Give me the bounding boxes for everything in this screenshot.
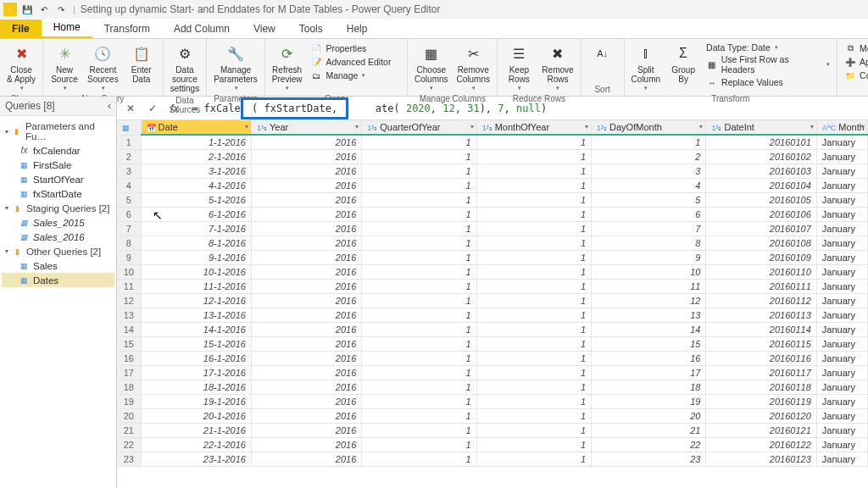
merge-queries-button[interactable]: ⧉Merge Queries — [843, 42, 868, 55]
row-number[interactable]: 23 — [117, 452, 141, 467]
formula-input[interactable]: = fxCalend ( fxStartDate, ar( fxStartDat… — [188, 101, 863, 116]
row-number[interactable]: 16 — [117, 352, 141, 366]
table-row[interactable]: 88-1-2016201611820160108January — [117, 236, 868, 251]
enter-data-button[interactable]: 📋Enter Data — [125, 41, 158, 86]
table-row[interactable]: 2323-1-20162016112320160123January — [117, 452, 868, 467]
row-number[interactable]: 12 — [117, 294, 141, 308]
row-number[interactable]: 9 — [117, 251, 141, 265]
filter-dropdown-icon[interactable]: ▾ — [585, 123, 588, 130]
row-number[interactable]: 7 — [117, 222, 141, 236]
filter-dropdown-icon[interactable]: ▾ — [245, 123, 248, 130]
collapse-icon[interactable]: ‹ — [108, 100, 111, 112]
query-firstsale[interactable]: ▦FirstSale — [2, 158, 114, 172]
new-source-button[interactable]: ✳New Source — [48, 41, 81, 93]
data-grid[interactable]: ▦📅Date▾1²₃Year▾1²₃QuarterOfYear▾1²₃Month… — [117, 120, 868, 488]
row-number[interactable]: 5 — [117, 193, 141, 208]
table-row[interactable]: 66-1-2016201611620160106January — [117, 208, 868, 222]
row-number[interactable]: 22 — [117, 438, 141, 452]
query-startofyear[interactable]: ▦StartOfYear — [2, 172, 114, 186]
row-number[interactable]: 17 — [117, 366, 141, 380]
table-row[interactable]: 1515-1-20162016111520160115January — [117, 337, 868, 352]
tab-help[interactable]: Help — [335, 19, 380, 38]
query-dates[interactable]: ▦Dates — [2, 273, 114, 287]
query-sales[interactable]: ▦Sales — [2, 258, 114, 273]
filter-dropdown-icon[interactable]: ▾ — [810, 123, 814, 130]
group-other-queries[interactable]: ▾▮Other Queries [2] — [2, 244, 114, 258]
row-number[interactable]: 21 — [117, 424, 141, 438]
split-column-button[interactable]: ⫿Split Column — [630, 41, 662, 93]
row-number[interactable]: 1 — [117, 135, 141, 150]
column-header[interactable]: 1²₃QuarterOfYear▾ — [362, 120, 476, 135]
group-staging-queries[interactable]: ▾▮Staging Queries [2] — [2, 201, 114, 215]
advanced-editor-button[interactable]: 📝Advanced Editor — [309, 55, 402, 69]
data-type-button[interactable]: Data Type: Date — [704, 42, 832, 53]
row-number[interactable]: 19 — [117, 395, 141, 409]
row-number[interactable]: 2 — [117, 150, 141, 164]
cancel-formula-button[interactable]: ✕ — [122, 100, 139, 117]
column-header[interactable]: AᴮCMonth N▾ — [816, 120, 867, 135]
query-fxstartdate[interactable]: ▦fxStartDate — [2, 186, 114, 201]
accept-formula-button[interactable]: ✓ — [144, 100, 161, 117]
properties-button[interactable]: 📄Properties — [309, 42, 402, 55]
query-sales-2015[interactable]: ▦Sales_2015 — [2, 215, 114, 230]
table-row[interactable]: 2020-1-20162016112020160120January — [117, 409, 868, 424]
row-number[interactable]: 8 — [117, 236, 141, 251]
choose-columns-button[interactable]: ▦Choose Columns — [413, 41, 449, 93]
row-number[interactable]: 11 — [117, 280, 141, 294]
tab-transform[interactable]: Transform — [92, 19, 162, 38]
filter-dropdown-icon[interactable]: ▾ — [470, 123, 474, 130]
table-row[interactable]: 44-1-2016201611420160104January — [117, 179, 868, 193]
table-row[interactable]: 1212-1-20162016111220160112January — [117, 294, 868, 308]
save-icon[interactable]: 💾 — [20, 3, 34, 16]
column-header[interactable]: 1²₃DateInt▾ — [706, 120, 816, 135]
table-row[interactable]: 1111-1-20162016111120160111January — [117, 280, 868, 294]
tab-home[interactable]: Home — [42, 18, 92, 38]
table-row[interactable]: 33-1-2016201611320160103January — [117, 164, 868, 179]
column-header[interactable]: 📅Date▾ — [141, 120, 251, 135]
tab-file[interactable]: File — [0, 19, 42, 38]
column-header[interactable]: 1²₃Year▾ — [251, 120, 361, 135]
replace-values-button[interactable]: ↔Replace Values — [704, 75, 832, 89]
row-number[interactable]: 18 — [117, 380, 141, 395]
manage-button[interactable]: 🗂Manage — [309, 69, 402, 82]
query-sales-2016[interactable]: ▦Sales_2016 — [2, 230, 114, 244]
row-number[interactable]: 3 — [117, 164, 141, 179]
table-row[interactable]: 2121-1-20162016112120160121January — [117, 424, 868, 438]
undo-icon[interactable]: ↶ — [37, 3, 51, 16]
tab-tools[interactable]: Tools — [287, 19, 335, 38]
table-row[interactable]: 99-1-2016201611920160109January — [117, 251, 868, 265]
append-queries-button[interactable]: ➕Append Queries — [843, 55, 868, 69]
table-row[interactable]: 55-1-2016201611520160105January — [117, 193, 868, 208]
row-number[interactable]: 14 — [117, 323, 141, 337]
row-number[interactable]: 4 — [117, 179, 141, 193]
refresh-preview-button[interactable]: ⟳Refresh Preview — [270, 41, 304, 93]
table-row[interactable]: 1010-1-20162016111020160110January — [117, 265, 868, 280]
filter-dropdown-icon[interactable]: ▾ — [861, 123, 865, 130]
column-header[interactable]: 1²₃DayOfMonth▾ — [592, 120, 706, 135]
remove-columns-button[interactable]: ✂Remove Columns — [454, 41, 492, 93]
table-row[interactable]: 1414-1-20162016111420160114January — [117, 323, 868, 337]
table-row[interactable]: 1919-1-20162016111920160119January — [117, 395, 868, 409]
remove-rows-button[interactable]: ✖Remove Rows — [540, 41, 575, 93]
row-number[interactable]: 10 — [117, 265, 141, 280]
table-row[interactable]: 77-1-2016201611720160107January — [117, 222, 868, 236]
data-source-settings-button[interactable]: ⚙Data source settings — [169, 41, 201, 95]
recent-sources-button[interactable]: 🕓Recent Sources — [86, 41, 120, 93]
query-fxcalendar[interactable]: fxfxCalendar — [2, 143, 114, 158]
row-number[interactable]: 15 — [117, 337, 141, 352]
table-row[interactable]: 1818-1-20162016111820160118January — [117, 380, 868, 395]
table-row[interactable]: 22-1-2016201611220160102January — [117, 150, 868, 164]
table-row[interactable]: 2222-1-20162016112220160122January — [117, 438, 868, 452]
combine-files-button[interactable]: 📁Combine Files — [843, 69, 868, 82]
manage-parameters-button[interactable]: 🔧Manage Parameters — [212, 41, 259, 93]
table-row[interactable]: 1616-1-20162016111620160116January — [117, 352, 868, 366]
table-row[interactable]: 1313-1-20162016111320160113January — [117, 308, 868, 323]
group-by-button[interactable]: ΣGroup By — [667, 41, 699, 86]
column-header[interactable]: ▦ — [117, 120, 141, 135]
row-number[interactable]: 6 — [117, 208, 141, 222]
filter-dropdown-icon[interactable]: ▾ — [699, 123, 703, 130]
group-parameters-functions[interactable]: ▾▮Parameters and Fu… — [2, 119, 114, 143]
sort-asc-button[interactable]: A↓ — [587, 41, 619, 66]
row-number[interactable]: 13 — [117, 308, 141, 323]
table-row[interactable]: 11-1-2016201611120160101January — [117, 135, 868, 150]
